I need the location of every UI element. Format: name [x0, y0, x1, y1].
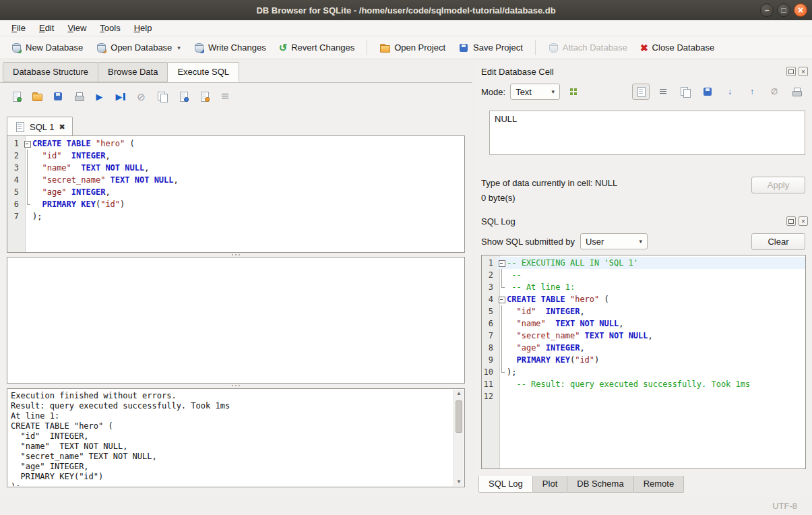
- save-sql-file-button[interactable]: [49, 88, 67, 104]
- tab-browse-data[interactable]: Browse Data: [98, 62, 168, 82]
- window-controls: – □ ×: [760, 3, 807, 17]
- dock-tab-sql-log[interactable]: SQL Log: [478, 476, 533, 493]
- code-text: -- At line 1:: [507, 281, 805, 293]
- new-database-button[interactable]: New Database: [5, 39, 88, 57]
- auto-switch-mode-button[interactable]: [565, 84, 582, 100]
- stop-execution-button: ⊘: [132, 88, 150, 104]
- apply-button: Apply: [751, 177, 805, 193]
- toolbar-separator: [367, 40, 367, 55]
- execute-all-button[interactable]: ▶: [90, 88, 108, 104]
- close-database-button[interactable]: ✖ Close Database: [635, 39, 720, 56]
- main-tab-bar: Database Structure Browse Data Execute S…: [3, 62, 239, 82]
- print-icon: [73, 91, 84, 102]
- open-project-button[interactable]: Open Project: [374, 39, 451, 57]
- import-cell-button[interactable]: ↓: [721, 84, 739, 100]
- attach-database-icon: [548, 42, 559, 53]
- code-text: "secret_name" TEXT NOT NULL,: [32, 174, 464, 186]
- save-project-button[interactable]: Save Project: [453, 39, 528, 57]
- filter-label: Show SQL submitted by: [481, 237, 575, 247]
- code-line: 1-- EXECUTING ALL IN 'SQL 1': [482, 257, 805, 269]
- fold-marker-icon[interactable]: [22, 138, 32, 150]
- scroll-down-icon[interactable]: ▼: [454, 479, 464, 485]
- save-results-button[interactable]: [195, 88, 213, 104]
- text-mode-button[interactable]: [632, 84, 650, 100]
- toolbar-separator: [535, 40, 536, 55]
- execution-log-pane[interactable]: Execution finished without errors. Resul…: [7, 388, 465, 487]
- sql-log-view[interactable]: 1-- EXECUTING ALL IN 'SQL 1'2 --3 -- At …: [481, 255, 806, 469]
- dock-close-icon[interactable]: ×: [799, 67, 808, 76]
- sql-tab[interactable]: SQL 1 ✖: [7, 117, 73, 136]
- set-null-button[interactable]: ∅: [766, 84, 783, 100]
- new-database-icon: [11, 42, 22, 53]
- maximize-button[interactable]: □: [777, 3, 790, 17]
- menu-view[interactable]: View: [61, 21, 92, 35]
- submitter-select[interactable]: User ▾: [580, 233, 648, 249]
- fold-guide: [22, 150, 32, 162]
- execution-log-text: Execution finished without errors. Resul…: [8, 390, 453, 486]
- export-results-button[interactable]: [153, 88, 171, 104]
- tab-database-structure[interactable]: Database Structure: [3, 62, 98, 82]
- scrollbar-thumb[interactable]: [456, 400, 462, 433]
- minimize-button[interactable]: –: [760, 3, 774, 17]
- close-button[interactable]: ×: [794, 3, 807, 17]
- fold-guide: [497, 354, 507, 366]
- execute-line-button[interactable]: ▶: [111, 88, 129, 104]
- pane-splitter[interactable]: [7, 384, 465, 388]
- sql-tab-close-icon[interactable]: ✖: [59, 123, 65, 131]
- scroll-up-icon[interactable]: ▲: [454, 391, 464, 396]
- code-text: "id" INTEGER,: [32, 150, 464, 162]
- edit-cell-title: Edit Database Cell: [481, 67, 554, 77]
- line-number: 4: [482, 293, 497, 305]
- word-wrap-button[interactable]: [216, 88, 234, 104]
- dock-tab-plot[interactable]: Plot: [532, 476, 567, 493]
- menu-edit[interactable]: Edit: [33, 21, 60, 35]
- clear-log-button[interactable]: Clear: [751, 233, 805, 250]
- word-wrap-cell-button[interactable]: [654, 84, 672, 100]
- copy-cell-button[interactable]: [677, 84, 694, 100]
- menu-help[interactable]: Help: [128, 21, 158, 35]
- export-cell-button[interactable]: ↑: [743, 84, 761, 100]
- menu-file[interactable]: File: [5, 21, 32, 35]
- encoding-indicator: UTF-8: [772, 501, 797, 511]
- results-pane[interactable]: [7, 257, 465, 384]
- code-line: 4CREATE TABLE "hero" (: [482, 293, 805, 305]
- import-sql-button[interactable]: [174, 88, 192, 104]
- page-icon: [178, 91, 189, 102]
- code-text: -- Result: query executed successfully. …: [507, 378, 805, 390]
- fold-marker-icon[interactable]: [497, 257, 507, 269]
- line-number: 6: [7, 198, 22, 210]
- menu-tools[interactable]: Tools: [94, 21, 126, 35]
- sql-editor-code: 1CREATE TABLE "hero" (2 "id" INTEGER,3 "…: [7, 138, 464, 222]
- print-cell-button[interactable]: [788, 84, 805, 100]
- sql-editor[interactable]: 1CREATE TABLE "hero" (2 "id" INTEGER,3 "…: [7, 135, 465, 253]
- cell-value-editor[interactable]: NULL: [489, 111, 805, 155]
- write-changes-button[interactable]: Write Changes: [188, 39, 272, 57]
- dock-float-icon[interactable]: [786, 216, 796, 226]
- code-line: 6 "name" TEXT NOT NULL,: [482, 317, 805, 330]
- open-sql-file-button[interactable]: [28, 88, 46, 104]
- tab-execute-sql[interactable]: Execute SQL: [167, 62, 239, 82]
- code-line: 1CREATE TABLE "hero" (: [7, 138, 464, 150]
- scrollbar[interactable]: ▲ ▼: [454, 390, 464, 486]
- line-number: 7: [482, 330, 497, 342]
- save-cell-button[interactable]: [699, 84, 716, 100]
- mode-select[interactable]: Text ▾: [510, 84, 560, 100]
- dock-tab-remote[interactable]: Remote: [633, 476, 685, 493]
- fold-guide: [497, 390, 507, 402]
- import-icon: ↓: [728, 88, 732, 96]
- dock-close-icon[interactable]: ×: [799, 216, 808, 226]
- dock-float-icon[interactable]: [786, 67, 796, 76]
- dock-tab-db-schema[interactable]: DB Schema: [567, 476, 633, 493]
- open-database-dropdown-icon[interactable]: ▾: [177, 44, 181, 51]
- fold-marker-icon[interactable]: [497, 293, 507, 305]
- line-number: 4: [7, 174, 22, 186]
- line-number: 8: [482, 342, 497, 354]
- line-number: 1: [7, 138, 22, 150]
- print-sql-button[interactable]: [69, 88, 88, 104]
- revert-changes-button[interactable]: ↺ Revert Changes: [274, 39, 361, 56]
- new-sql-tab-button[interactable]: [7, 88, 25, 104]
- save-project-icon: [458, 42, 469, 53]
- fold-guide: [497, 317, 507, 330]
- open-file-icon: [32, 91, 42, 102]
- open-database-button[interactable]: Open Database ▾: [90, 39, 186, 57]
